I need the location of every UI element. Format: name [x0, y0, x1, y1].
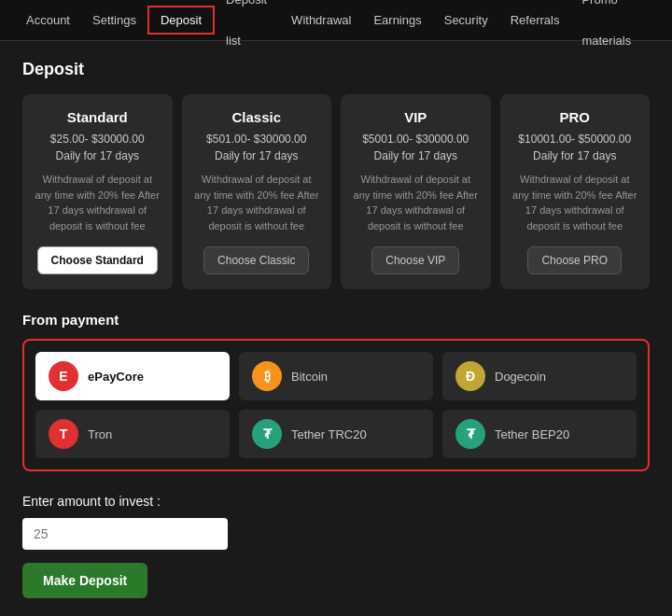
plan-duration: Daily for 17 days	[374, 149, 457, 162]
nav-item-referrals[interactable]: Referrals	[499, 0, 571, 41]
plan-card-vip: VIP $5001.00- $30000.00 Daily for 17 day…	[341, 94, 491, 289]
payment-item-tether-bep20[interactable]: ₮ Tether BEP20	[442, 410, 637, 458]
payment-item-dogecoin[interactable]: Ð Dogecoin	[442, 352, 637, 400]
choose-plan-standard-button[interactable]: Choose Standard	[37, 246, 158, 274]
plan-range: $501.00- $30000.00	[206, 133, 306, 146]
nav-item-withdrawal[interactable]: Withdrawal	[280, 0, 362, 41]
plan-card-pro: PRO $10001.00- $50000.00 Daily for 17 da…	[500, 94, 651, 289]
payment-icon: Ð	[455, 361, 485, 391]
nav-item-security[interactable]: Security	[433, 0, 499, 41]
payment-icon: T	[49, 419, 78, 449]
choose-plan-vip-button[interactable]: Choose VIP	[371, 246, 459, 274]
plan-duration: Daily for 17 days	[533, 149, 616, 162]
plan-duration: Daily for 17 days	[56, 149, 139, 162]
payment-icon: E	[49, 361, 78, 391]
payment-grid: E ePayCore ₿ Bitcoin Ð Dogecoin T Tron ₮…	[22, 339, 650, 471]
plan-name: PRO	[559, 109, 590, 125]
payment-label: Tron	[88, 427, 112, 441]
main-nav: AccountSettingsDepositDeposit listWithdr…	[0, 0, 672, 41]
payment-icon: ₮	[455, 419, 485, 449]
plan-name: VIP	[404, 109, 427, 125]
plan-card-classic: Classic $501.00- $30000.00 Daily for 17 …	[182, 94, 332, 289]
plan-desc: Withdrawal of deposit at any time with 2…	[34, 172, 161, 233]
nav-item-earnings[interactable]: Earnings	[362, 0, 432, 41]
payment-item-tron[interactable]: T Tron	[35, 410, 230, 458]
make-deposit-button[interactable]: Make Deposit	[22, 563, 147, 598]
payment-label: Tether TRC20	[291, 427, 367, 441]
payment-label: ePayCore	[88, 370, 144, 384]
payment-label: Bitcoin	[291, 370, 328, 384]
plan-desc: Withdrawal of deposit at any time with 2…	[352, 172, 480, 233]
choose-plan-pro-button[interactable]: Choose PRO	[527, 246, 622, 274]
plan-range: $5001.00- $30000.00	[362, 133, 469, 146]
plan-duration: Daily for 17 days	[215, 149, 298, 162]
page-title: Deposit	[22, 60, 650, 79]
nav-item-settings[interactable]: Settings	[81, 0, 147, 41]
plan-desc: Withdrawal of deposit at any time with 2…	[193, 172, 321, 233]
payment-label: Tether BEP20	[495, 427, 569, 441]
payment-icon: ₿	[252, 361, 282, 391]
payment-icon: ₮	[252, 419, 282, 449]
amount-label: Enter amount to invest :	[22, 494, 650, 509]
plan-name: Classic	[231, 109, 281, 125]
nav-item-deposit-list[interactable]: Deposit list	[215, 0, 280, 62]
nav-item-account[interactable]: Account	[15, 0, 81, 41]
choose-plan-classic-button[interactable]: Choose Classic	[203, 246, 309, 274]
plan-range: $10001.00- $50000.00	[518, 133, 631, 146]
payment-section-title: From payment	[22, 312, 650, 328]
nav-item-deposit[interactable]: Deposit	[147, 6, 215, 35]
payment-item-bitcoin[interactable]: ₿ Bitcoin	[239, 352, 433, 400]
plan-range: $25.00- $30000.00	[50, 133, 145, 146]
amount-input[interactable]	[22, 518, 228, 550]
plan-card-standard: Standard $25.00- $30000.00 Daily for 17 …	[22, 94, 173, 289]
amount-section: Enter amount to invest : Make Deposit	[22, 494, 650, 598]
plan-name: Standard	[67, 109, 128, 125]
payment-item-tether-trc20[interactable]: ₮ Tether TRC20	[239, 410, 433, 458]
payment-item-epaycore[interactable]: E ePayCore	[35, 352, 230, 400]
plan-desc: Withdrawal of deposit at any time with 2…	[511, 172, 639, 233]
nav-item-promo[interactable]: Promo materials	[570, 0, 657, 62]
payment-label: Dogecoin	[495, 370, 546, 384]
plan-cards: Standard $25.00- $30000.00 Daily for 17 …	[22, 94, 650, 289]
